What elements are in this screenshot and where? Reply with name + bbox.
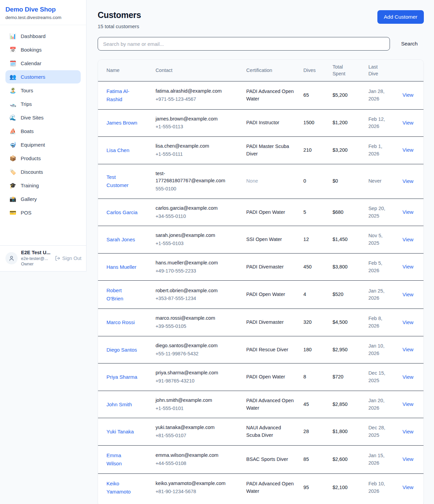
sidebar-item-customers[interactable]: 👥 Customers xyxy=(5,70,81,83)
sidebar-item-boats[interactable]: ⛵ Boats xyxy=(5,125,81,138)
customer-name-link[interactable]: Marco Rossi xyxy=(106,318,135,326)
sidebar-item-equipment[interactable]: 🤿 Equipment xyxy=(5,138,81,151)
sidebar-item-dive-sites[interactable]: 🌊 Dive Sites xyxy=(5,111,81,124)
view-link[interactable]: View xyxy=(402,264,413,269)
table-row: Diego Santos diego.santos@example.com +5… xyxy=(98,336,423,363)
view-link[interactable]: View xyxy=(402,429,413,434)
customer-email: priya.sharma@example.com xyxy=(156,369,228,377)
page-header: Customers 15 total customers Add Custome… xyxy=(98,10,424,29)
customer-email: james.brown@example.com xyxy=(156,115,228,123)
customer-certification: PADI Open Water xyxy=(242,281,299,309)
customer-name-link[interactable]: John Smith xyxy=(106,400,132,409)
customer-total-spent: $2,600 xyxy=(329,445,364,473)
table-row: Hans Mueller hans.mueller@example.com +4… xyxy=(98,253,423,281)
table-row: Sarah Jones sarah.jones@example.com +1-5… xyxy=(98,226,423,254)
customer-total-spent: $1,200 xyxy=(329,109,364,137)
sidebar-item-products[interactable]: 📦 Products xyxy=(5,152,81,165)
customer-dives: 28 xyxy=(299,418,329,446)
sidebar: Demo Dive Shop demo.test.divestreams.com… xyxy=(0,0,86,272)
col-header-last-dive: Last Dive xyxy=(364,60,398,81)
customer-email: fatima.alrashid@example.com xyxy=(156,88,228,95)
view-link[interactable]: View xyxy=(402,209,413,215)
customer-total-spent: $4,500 xyxy=(329,309,364,336)
customer-name-link[interactable]: James Brown xyxy=(106,119,137,127)
customer-total-spent: $2,100 xyxy=(329,473,364,502)
customer-name-link[interactable]: Keiko Yamamoto xyxy=(106,480,138,496)
user-section: E2E Test U... e2e-tester@... Owner Sign … xyxy=(0,245,86,271)
customer-name-link[interactable]: Fatima Al-Rashid xyxy=(106,87,138,104)
customer-certification: PADI Rescue Diver xyxy=(242,336,299,363)
col-header-actions xyxy=(398,60,423,81)
customer-phone: +1-555-0101 xyxy=(156,405,238,412)
sidebar-item-trips[interactable]: 🛥️ Trips xyxy=(5,97,81,111)
search-button[interactable]: Search xyxy=(399,40,420,47)
customer-name-link[interactable]: Hans Mueller xyxy=(106,263,136,271)
sidebar-item-gallery[interactable]: 📸 Gallery xyxy=(5,192,81,206)
page-title: Customers xyxy=(98,10,141,20)
customer-last-dive: Nov 5, 2025 xyxy=(364,226,398,254)
customer-name-link[interactable]: Carlos Garcia xyxy=(106,208,138,217)
view-link[interactable]: View xyxy=(402,347,413,352)
view-link[interactable]: View xyxy=(402,147,413,153)
sidebar-item-dashboard[interactable]: 📊 Dashboard xyxy=(5,30,81,43)
sidebar-item-calendar[interactable]: 🗓️ Calendar xyxy=(5,57,81,70)
customer-phone: +91-98765-43210 xyxy=(156,377,238,385)
view-link[interactable]: View xyxy=(402,292,413,297)
dashboard-icon: 📊 xyxy=(9,33,16,39)
dive-sites-icon: 🌊 xyxy=(9,114,16,121)
customer-last-dive: Dec 15, 2025 xyxy=(364,363,398,391)
customer-name-link[interactable]: Robert O'Brien xyxy=(106,286,138,303)
view-link[interactable]: View xyxy=(402,374,413,380)
customer-dives: 0 xyxy=(299,164,329,199)
view-link[interactable]: View xyxy=(402,484,413,490)
customers-table: Name Contact Certification Dives Total S… xyxy=(98,60,423,502)
view-link[interactable]: View xyxy=(402,456,413,462)
customer-name-link[interactable]: Emma Wilson xyxy=(106,451,138,468)
col-header-dives: Dives xyxy=(299,60,329,81)
customer-email: john.smith@example.com xyxy=(156,397,228,404)
sign-out-button[interactable]: Sign Out xyxy=(55,256,81,261)
customer-name-link[interactable]: Test Customer xyxy=(106,173,138,189)
table-row: Yuki Tanaka yuki.tanaka@example.com +81-… xyxy=(98,418,423,446)
customer-last-dive: Feb 8, 2026 xyxy=(364,309,398,336)
sidebar-item-discounts[interactable]: 🏷️ Discounts xyxy=(5,165,81,179)
view-link[interactable]: View xyxy=(402,319,413,325)
customers-table-card: Name Contact Certification Dives Total S… xyxy=(98,59,424,504)
customer-phone: +1-555-0103 xyxy=(156,240,238,247)
customer-certification: None xyxy=(242,164,299,199)
customer-name-link[interactable]: Lisa Chen xyxy=(106,146,130,154)
search-input[interactable] xyxy=(98,37,390,51)
customer-certification: PADI Advanced Open Water xyxy=(242,81,299,109)
customer-name-link[interactable]: Priya Sharma xyxy=(106,373,137,381)
customer-certification: PADI Advanced Open Water xyxy=(242,391,299,418)
add-customer-button[interactable]: Add Customer xyxy=(377,10,424,24)
customer-phone: +1-555-0113 xyxy=(156,123,238,131)
view-link[interactable]: View xyxy=(402,237,413,242)
sidebar-item-training[interactable]: 🎓 Training xyxy=(5,179,81,192)
customer-last-dive: Jan 15, 2026 xyxy=(364,445,398,473)
table-row: John Smith john.smith@example.com +1-555… xyxy=(98,391,423,418)
customer-total-spent: $3,800 xyxy=(329,253,364,281)
training-icon: 🎓 xyxy=(9,182,16,189)
customer-last-dive: Sep 20, 2025 xyxy=(364,199,398,226)
bookings-icon: 📅 xyxy=(9,46,16,53)
customer-name-link[interactable]: Diego Santos xyxy=(106,346,137,354)
customer-last-dive: Feb 1, 2026 xyxy=(364,137,398,164)
customer-email: test-1772681807767@example.com xyxy=(156,170,228,185)
sidebar-item-bookings[interactable]: 📅 Bookings xyxy=(5,43,81,56)
customer-phone: +1-555-0111 xyxy=(156,151,238,158)
sidebar-item-tours[interactable]: 🏝️ Tours xyxy=(5,84,81,97)
view-link[interactable]: View xyxy=(402,120,413,126)
view-link[interactable]: View xyxy=(402,401,413,407)
customer-dives: 4 xyxy=(299,281,329,309)
sign-out-icon xyxy=(55,256,60,261)
customer-name-link[interactable]: Yuki Tanaka xyxy=(106,428,134,436)
customer-certification: PADI Open Water xyxy=(242,199,299,226)
sidebar-item-pos[interactable]: 💳 POS xyxy=(5,206,81,219)
search-bar: Search xyxy=(98,37,424,51)
customer-name-link[interactable]: Sarah Jones xyxy=(106,236,135,244)
view-link[interactable]: View xyxy=(402,92,413,98)
customer-total-spent: $2,850 xyxy=(329,391,364,418)
table-row: Priya Sharma priya.sharma@example.com +9… xyxy=(98,363,423,391)
view-link[interactable]: View xyxy=(402,178,413,184)
